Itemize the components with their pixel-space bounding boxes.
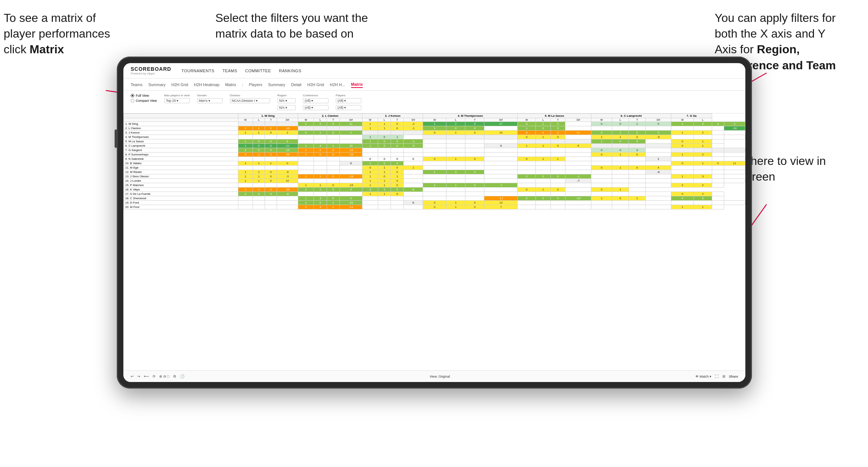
- matrix-cell: [253, 205, 265, 209]
- matrix-cell: [404, 196, 423, 201]
- matrix-cell: [253, 196, 265, 201]
- app-toolbar: ↩ ↪ ⟵ ⟳ ⊕ ⊖ □ ⚙ 🕐 View: Original 👁 Watch…: [123, 370, 745, 382]
- nav-teams[interactable]: TEAMS: [222, 69, 237, 73]
- matrix-cell: -7: [565, 179, 591, 183]
- matrix-cell: [277, 201, 298, 205]
- matrix-cell: 0: [378, 161, 391, 166]
- fullscreen-btn[interactable]: ⛶: [715, 374, 719, 378]
- matrix-cell: [712, 157, 724, 161]
- matrix-cell: [629, 144, 646, 148]
- subnav-teams[interactable]: Teams: [131, 82, 142, 88]
- gender-select[interactable]: Men's ▾: [197, 98, 223, 103]
- matrix-cell: 0: [391, 166, 404, 170]
- player-name-cell: 2. L Clanton: [124, 126, 238, 131]
- matrix-cell: -1: [565, 174, 591, 179]
- matrix-cell: [391, 196, 404, 201]
- col-header-1: 1. W Ding: [238, 114, 298, 118]
- matrix-cell: [694, 126, 712, 131]
- subnav-summary[interactable]: Summary: [148, 82, 165, 88]
- matrix-cell: 2: [277, 131, 298, 135]
- region-select-1[interactable]: N/A ▾: [277, 98, 296, 103]
- max-players-select[interactable]: Top 25 ▾: [164, 98, 190, 103]
- subnav-players[interactable]: Players: [249, 82, 262, 88]
- matrix-cell: [465, 179, 484, 183]
- scoreboard-logo: SCOREBOARD Powered by clippd: [131, 66, 171, 75]
- matrix-cell: [465, 161, 484, 166]
- division-select[interactable]: NCAA Division I ▾: [230, 98, 270, 103]
- undo-btn[interactable]: ↩: [131, 374, 134, 378]
- full-view-radio[interactable]: Full View: [131, 94, 157, 97]
- zoom-controls[interactable]: ⊕ ⊖ □: [159, 374, 169, 378]
- clock-btn[interactable]: 🕐: [180, 374, 184, 378]
- compact-view-radio[interactable]: Compact View: [131, 99, 157, 103]
- matrix-cell: [423, 166, 446, 170]
- matrix-cell: [298, 126, 314, 131]
- matrix-cell: 1: [362, 126, 378, 131]
- subnav-h2h-grid[interactable]: H2H Grid: [171, 82, 188, 88]
- view-radio-group: Full View Compact View: [131, 94, 157, 103]
- matrix-cell: [550, 161, 565, 166]
- redo-btn[interactable]: ↪: [137, 374, 140, 378]
- subnav-matrix-active[interactable]: Matrix: [351, 81, 363, 88]
- sh-5-t: T: [550, 118, 565, 122]
- matrix-cell: [629, 183, 646, 188]
- players-filter-label: Players: [336, 94, 361, 97]
- matrix-cell: [629, 201, 646, 205]
- matrix-cell: 0: [550, 122, 565, 126]
- conference-select-1[interactable]: (All) ▾: [303, 98, 329, 103]
- nav-rankings[interactable]: RANKINGS: [279, 69, 301, 73]
- watch-label[interactable]: 👁 Watch ▾: [695, 375, 711, 378]
- sh-1-d: Dif: [277, 118, 298, 122]
- back-btn[interactable]: ⟵: [144, 374, 149, 378]
- sh-3-w: W: [362, 118, 378, 122]
- grid-btn[interactable]: ⊞: [722, 374, 725, 378]
- matrix-scroll-area[interactable]: 1. W Ding 2. L Clanton 3. J Koivun 4. M …: [123, 113, 745, 370]
- matrix-cell: 1: [671, 122, 694, 126]
- matrix-cell: [238, 166, 253, 170]
- matrix-cell: 1: [378, 122, 391, 126]
- matrix-cell: [646, 179, 671, 183]
- matrix-cell: [550, 153, 565, 157]
- matrix-cell: [423, 174, 446, 179]
- refresh-btn[interactable]: ⟳: [153, 374, 155, 378]
- view-label[interactable]: View: Original: [430, 375, 450, 378]
- matrix-cell: 1: [253, 188, 265, 192]
- matrix-cell: 0: [671, 161, 694, 166]
- share-label[interactable]: Share: [729, 375, 738, 378]
- subnav-h2h-grid2[interactable]: H2H Grid: [307, 82, 324, 88]
- settings-btn[interactable]: ⚙: [173, 374, 176, 378]
- matrix-cell: 11: [724, 161, 745, 166]
- matrix-cell: 0: [712, 161, 724, 166]
- players-select-2[interactable]: (All) ▾: [336, 105, 361, 110]
- gender-filter: Gender Men's ▾: [197, 94, 223, 103]
- matrix-cell: [423, 144, 446, 148]
- subnav-summary2[interactable]: Summary: [268, 82, 285, 88]
- nav-committee[interactable]: COMMITTEE: [245, 69, 271, 73]
- subnav-detail[interactable]: Detail: [291, 82, 302, 88]
- matrix-cell: [327, 161, 339, 166]
- matrix-cell: 1: [629, 122, 646, 126]
- nav-tournaments[interactable]: TOURNAMENTS: [181, 69, 214, 73]
- conference-select-2[interactable]: (All) ▾: [303, 105, 329, 110]
- table-row: 3. J Koivun110201020101304011010312: [124, 131, 745, 135]
- matrix-cell: 1: [612, 153, 629, 157]
- matrix-cell: [265, 166, 277, 170]
- subnav-h2h-heatmap[interactable]: H2H Heatmap: [194, 82, 219, 88]
- matrix-cell: [446, 148, 465, 153]
- subnav-h2h-h[interactable]: H2H H...: [330, 82, 345, 88]
- matrix-cell: [446, 196, 465, 201]
- region-select-2[interactable]: N/A ▾: [277, 105, 296, 110]
- matrix-cell: [446, 161, 465, 166]
- matrix-cell: 0: [550, 144, 565, 148]
- matrix-cell: [629, 157, 646, 161]
- matrix-cell: 2: [694, 192, 712, 196]
- max-players-filter: Max players in view Top 25 ▾: [164, 94, 190, 103]
- matrix-cell: 0: [404, 157, 423, 161]
- subnav-matrix-first[interactable]: Matrix: [225, 82, 236, 88]
- matrix-cell: 1: [518, 144, 536, 148]
- matrix-cell: [591, 126, 612, 131]
- matrix-cell: 17: [484, 122, 518, 126]
- matrix-cell: [238, 122, 253, 126]
- matrix-cell: 1: [550, 157, 565, 161]
- players-select-1[interactable]: (All) ▾: [336, 98, 361, 103]
